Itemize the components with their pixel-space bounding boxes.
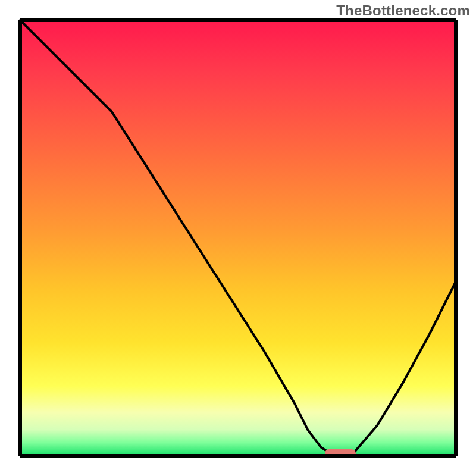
axis-border-left <box>18 20 22 456</box>
axis-border-bottom <box>20 454 456 458</box>
bottleneck-curve <box>0 0 476 476</box>
axis-border-right <box>454 20 458 456</box>
watermark-text: TheBottleneck.com <box>336 2 470 19</box>
